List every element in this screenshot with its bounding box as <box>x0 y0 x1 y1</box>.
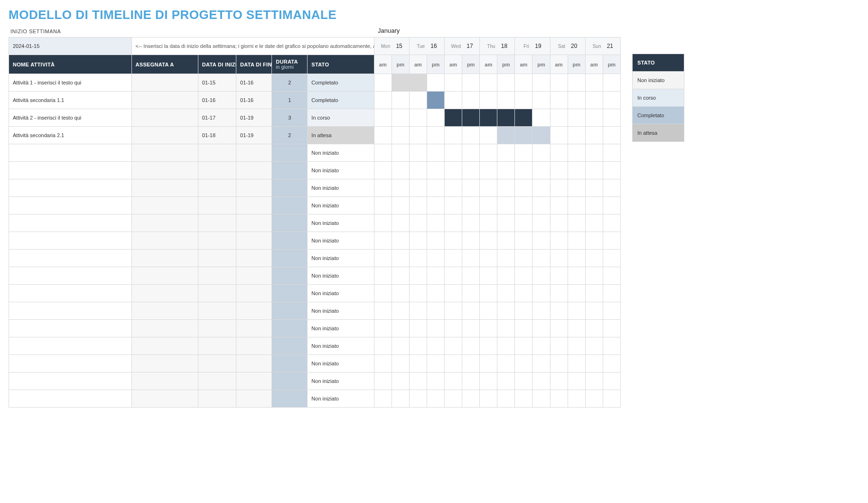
task-end-cell[interactable]: 01-16 <box>236 74 272 92</box>
task-status-cell[interactable]: Non iniziato <box>308 302 374 320</box>
task-name-cell[interactable] <box>9 320 132 337</box>
task-name-cell[interactable]: Attività 2 - inserisci il testo qui <box>9 109 132 127</box>
task-end-cell[interactable] <box>236 267 272 285</box>
task-start-cell[interactable] <box>198 285 236 302</box>
task-name-cell[interactable] <box>9 373 132 390</box>
task-end-cell[interactable] <box>236 250 272 267</box>
task-status-cell[interactable]: Non iniziato <box>308 232 374 250</box>
task-name-cell[interactable] <box>9 355 132 373</box>
task-end-cell[interactable] <box>236 162 272 179</box>
gantt-cell <box>445 337 462 355</box>
gantt-cell <box>480 109 497 127</box>
task-end-cell[interactable]: 01-19 <box>236 127 272 144</box>
task-name-cell[interactable] <box>9 337 132 355</box>
task-assigned-cell[interactable] <box>131 197 198 214</box>
task-start-cell[interactable] <box>198 373 236 390</box>
task-start-cell[interactable]: 01-16 <box>198 92 236 109</box>
task-end-cell[interactable]: 01-19 <box>236 109 272 127</box>
task-name-cell[interactable] <box>9 214 132 232</box>
task-status-cell[interactable]: Non iniziato <box>308 320 374 337</box>
task-start-cell[interactable]: 01-18 <box>198 127 236 144</box>
task-end-cell[interactable] <box>236 355 272 373</box>
task-assigned-cell[interactable] <box>131 74 198 92</box>
task-status-cell[interactable]: Non iniziato <box>308 197 374 214</box>
task-assigned-cell[interactable] <box>131 250 198 267</box>
task-end-cell[interactable] <box>236 214 272 232</box>
task-assigned-cell[interactable] <box>131 355 198 373</box>
task-start-cell[interactable] <box>198 355 236 373</box>
gantt-cell <box>550 250 568 267</box>
task-end-cell[interactable] <box>236 337 272 355</box>
task-start-cell[interactable] <box>198 320 236 337</box>
task-end-cell[interactable] <box>236 302 272 320</box>
task-end-cell[interactable] <box>236 390 272 408</box>
task-status-cell[interactable]: Completato <box>308 92 374 109</box>
task-status-cell[interactable]: Non iniziato <box>308 337 374 355</box>
task-end-cell[interactable] <box>236 373 272 390</box>
task-start-cell[interactable] <box>198 162 236 179</box>
task-status-cell[interactable]: Non iniziato <box>308 355 374 373</box>
task-start-cell[interactable]: 01-15 <box>198 74 236 92</box>
task-start-cell[interactable] <box>198 214 236 232</box>
task-assigned-cell[interactable] <box>131 373 198 390</box>
task-start-cell[interactable] <box>198 179 236 197</box>
task-start-cell[interactable]: 01-17 <box>198 109 236 127</box>
task-name-cell[interactable] <box>9 179 132 197</box>
task-name-cell[interactable] <box>9 144 132 162</box>
task-assigned-cell[interactable] <box>131 127 198 144</box>
task-end-cell[interactable] <box>236 232 272 250</box>
task-start-cell[interactable] <box>198 250 236 267</box>
task-start-cell[interactable] <box>198 197 236 214</box>
task-assigned-cell[interactable] <box>131 92 198 109</box>
task-status-cell[interactable]: Non iniziato <box>308 144 374 162</box>
task-start-cell[interactable] <box>198 232 236 250</box>
task-assigned-cell[interactable] <box>131 390 198 408</box>
task-status-cell[interactable]: In corso <box>308 109 374 127</box>
task-end-cell[interactable] <box>236 179 272 197</box>
task-status-cell[interactable]: In attesa <box>308 127 374 144</box>
task-end-cell[interactable] <box>236 285 272 302</box>
task-end-cell[interactable] <box>236 320 272 337</box>
task-status-cell[interactable]: Non iniziato <box>308 390 374 408</box>
task-status-cell[interactable]: Non iniziato <box>308 373 374 390</box>
task-end-cell[interactable] <box>236 197 272 214</box>
task-name-cell[interactable] <box>9 250 132 267</box>
task-status-cell[interactable]: Completato <box>308 74 374 92</box>
task-start-cell[interactable] <box>198 390 236 408</box>
task-status-cell[interactable]: Non iniziato <box>308 267 374 285</box>
task-assigned-cell[interactable] <box>131 302 198 320</box>
week-start-input[interactable]: 2024-01-15 <box>9 37 132 55</box>
task-start-cell[interactable] <box>198 267 236 285</box>
task-assigned-cell[interactable] <box>131 232 198 250</box>
task-name-cell[interactable] <box>9 302 132 320</box>
task-status-cell[interactable]: Non iniziato <box>308 250 374 267</box>
task-status-cell[interactable]: Non iniziato <box>308 285 374 302</box>
task-assigned-cell[interactable] <box>131 285 198 302</box>
task-name-cell[interactable] <box>9 232 132 250</box>
task-start-cell[interactable] <box>198 144 236 162</box>
task-status-cell[interactable]: Non iniziato <box>308 162 374 179</box>
task-name-cell[interactable]: Attività secondaria 1.1 <box>9 92 132 109</box>
task-start-cell[interactable] <box>198 337 236 355</box>
task-end-cell[interactable]: 01-16 <box>236 92 272 109</box>
task-name-cell[interactable] <box>9 162 132 179</box>
task-assigned-cell[interactable] <box>131 320 198 337</box>
task-row: Non iniziato <box>9 179 621 197</box>
task-assigned-cell[interactable] <box>131 179 198 197</box>
task-name-cell[interactable] <box>9 267 132 285</box>
task-name-cell[interactable] <box>9 285 132 302</box>
task-assigned-cell[interactable] <box>131 109 198 127</box>
task-assigned-cell[interactable] <box>131 267 198 285</box>
task-status-cell[interactable]: Non iniziato <box>308 214 374 232</box>
task-assigned-cell[interactable] <box>131 162 198 179</box>
task-assigned-cell[interactable] <box>131 144 198 162</box>
task-name-cell[interactable]: Attività secondaria 2.1 <box>9 127 132 144</box>
task-status-cell[interactable]: Non iniziato <box>308 179 374 197</box>
task-name-cell[interactable] <box>9 390 132 408</box>
task-assigned-cell[interactable] <box>131 214 198 232</box>
task-name-cell[interactable]: Attività 1 - inserisci il testo qui <box>9 74 132 92</box>
task-name-cell[interactable] <box>9 197 132 214</box>
task-start-cell[interactable] <box>198 302 236 320</box>
task-end-cell[interactable] <box>236 144 272 162</box>
task-assigned-cell[interactable] <box>131 337 198 355</box>
